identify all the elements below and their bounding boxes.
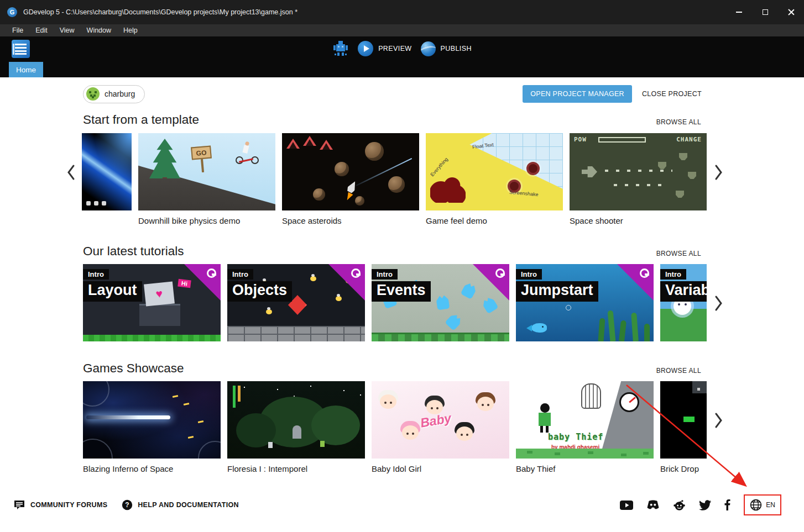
art-shape (244, 387, 245, 388)
template-card-bike: GO Downhill bike physics demo (138, 133, 275, 225)
debugger-button[interactable] (332, 40, 349, 57)
facebook-icon (724, 499, 730, 510)
art-shape (293, 425, 301, 439)
art-shape (619, 320, 627, 341)
art-shape (344, 192, 353, 201)
tutorial-title: Objects (227, 281, 292, 302)
reddit-icon (673, 499, 686, 510)
svg-text:?: ? (125, 501, 129, 509)
art-shape (644, 324, 650, 341)
asteroid-art (388, 176, 405, 193)
templates-section-title: Start from a template (83, 113, 199, 127)
template-card[interactable]: GO (138, 133, 275, 210)
art-shape (303, 136, 316, 146)
art-shape (328, 264, 365, 301)
gdevelop-logo-icon (495, 268, 505, 278)
art-shape (320, 441, 325, 447)
tutorials-section-title: Our latest tutorials (83, 244, 184, 259)
tutorial-card-events[interactable]: Intro Events (372, 264, 509, 341)
preview-button[interactable]: PREVIEW (358, 41, 411, 56)
showcase-card[interactable]: baby Thief by mahdi ghasemi (516, 381, 654, 459)
template-card[interactable] (282, 133, 419, 210)
gdevelop-app-icon (7, 7, 17, 17)
template-card-asteroids: Space asteroids (282, 133, 419, 225)
youtube-button[interactable] (620, 501, 633, 510)
showcase-card-label: Baby Idol Girl (372, 464, 509, 473)
tutorials-browse-all[interactable]: BROWSE ALL (656, 250, 701, 257)
tutorial-card-variables[interactable]: Intro Variab +1 (660, 264, 707, 341)
art-shape (614, 184, 669, 186)
maximize-icon (763, 9, 768, 15)
templates-card-row: GO Downhill bike physics demo (82, 133, 707, 225)
character-art (476, 392, 495, 411)
art-shape (266, 309, 272, 314)
art-shape (617, 264, 654, 301)
showcase-card[interactable]: Baby (372, 381, 509, 459)
close-project-button[interactable]: CLOSE PROJECT (639, 85, 705, 103)
showcase-card-label: Baby Thief (516, 464, 654, 473)
ship-art (582, 166, 597, 177)
twitter-icon (699, 500, 711, 510)
close-button[interactable] (778, 0, 804, 24)
menu-window[interactable]: Window (81, 27, 117, 34)
chevron-right-icon (714, 412, 723, 429)
toolbar: PREVIEW PUBLISH Home (0, 36, 804, 77)
menu-help[interactable]: Help (117, 27, 144, 34)
facebook-button[interactable] (724, 499, 730, 510)
open-project-manager-button[interactable]: OPEN PROJECT MANAGER (523, 85, 632, 103)
help-documentation-link[interactable]: ? HELP AND DOCUMENTATION (122, 499, 239, 510)
title-bar: GDevelop 5 - C:\Users\charburg\Documents… (0, 0, 804, 24)
tutorial-tag: Intro (516, 269, 542, 280)
home-header-row: charburg OPEN PROJECT MANAGER CLOSE PROJ… (0, 84, 804, 104)
publish-button[interactable]: PUBLISH (421, 41, 472, 56)
publish-globe-icon (421, 41, 436, 56)
templates-browse-all[interactable]: BROWSE ALL (656, 118, 701, 126)
reddit-button[interactable] (673, 499, 686, 510)
language-label: EN (766, 501, 775, 509)
tutorial-title: Layout (83, 281, 142, 302)
tutorials-right-arrow[interactable] (712, 294, 725, 312)
template-card[interactable]: Float Text Everything Screenshake (426, 133, 563, 210)
asteroid-art (313, 188, 325, 201)
art-shape (598, 137, 646, 143)
maximize-button[interactable] (752, 0, 778, 24)
tutorial-card-layout[interactable]: Intro Layout Hi (83, 264, 221, 341)
templates-left-arrow[interactable] (64, 164, 77, 181)
character-art (455, 422, 474, 441)
chevron-left-icon (66, 164, 75, 181)
showcase-card-label: Blazing Inferno of Space (83, 464, 221, 473)
discord-button[interactable] (646, 500, 660, 510)
showcase-card-label: Floresia I : Intemporel (227, 464, 365, 473)
menu-file[interactable]: File (6, 27, 29, 34)
showcase-card[interactable] (660, 381, 707, 459)
language-button[interactable]: EN (745, 496, 780, 514)
templates-right-arrow[interactable] (712, 164, 725, 181)
showcase-right-arrow[interactable] (712, 412, 725, 429)
menu-edit[interactable]: Edit (29, 27, 54, 34)
art-shape (430, 177, 466, 203)
footer-left: COMMUNITY FORUMS ? HELP AND DOCUMENTATIO… (14, 499, 239, 510)
template-card[interactable]: POW CHANGE (570, 133, 707, 210)
showcase-card[interactable] (83, 381, 221, 459)
art-shape (445, 314, 461, 331)
minimize-button[interactable] (726, 0, 752, 24)
tutorial-card-jumpstart[interactable]: Intro Jumpstart (516, 264, 654, 341)
tab-home[interactable]: Home (9, 62, 43, 77)
twitter-button[interactable] (699, 500, 711, 510)
tutorial-title: Events (372, 281, 431, 302)
showcase-browse-all[interactable]: BROWSE ALL (656, 367, 701, 375)
community-forums-link[interactable]: COMMUNITY FORUMS (14, 500, 107, 510)
template-card[interactable] (82, 133, 132, 210)
art-shape (286, 139, 300, 149)
tutorial-card-objects[interactable]: Intro Objects (227, 264, 365, 341)
gdevelop-logo-icon (207, 268, 216, 278)
art-shape (629, 397, 635, 403)
screenshake-label: Screenshake (509, 189, 539, 197)
showcase-card[interactable] (227, 381, 365, 459)
menu-view[interactable]: View (54, 27, 81, 34)
menu-bar: File Edit View Window Help (0, 24, 804, 36)
showcase-card-blazing: Blazing Inferno of Space (83, 381, 221, 473)
user-chip[interactable]: charburg (83, 85, 145, 103)
art-shape (311, 405, 360, 445)
close-icon (788, 9, 795, 15)
